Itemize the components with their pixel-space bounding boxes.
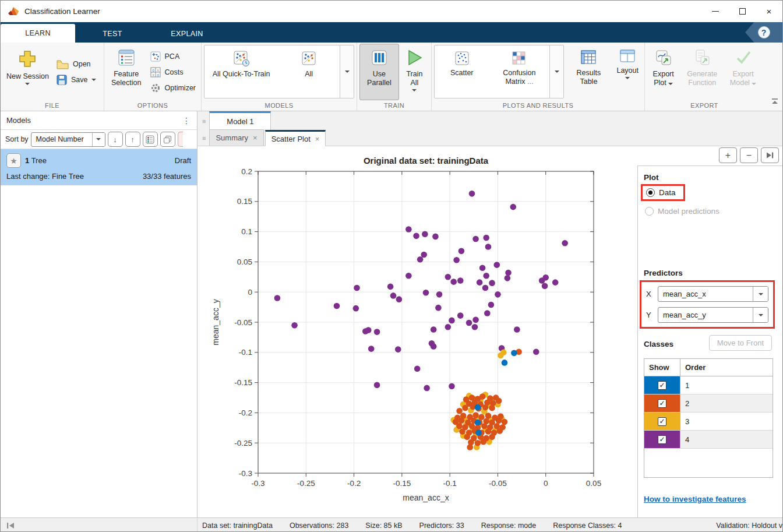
legend-button[interactable] xyxy=(143,132,158,147)
radio-model-predictions[interactable]: Model predictions xyxy=(645,207,719,216)
file-section-label: FILE xyxy=(3,100,101,111)
minimize-button[interactable] xyxy=(702,1,729,22)
show-column-header: Show xyxy=(644,359,680,376)
scatter-icon xyxy=(454,51,470,66)
models-gallery-dropdown[interactable] xyxy=(340,45,354,98)
class-row-1: ✓ 1 xyxy=(644,376,773,394)
class-1-color-swatch: ✓ xyxy=(644,376,680,394)
zoom-in-button[interactable]: + xyxy=(719,147,737,163)
radio-on-icon xyxy=(646,188,655,197)
ribbon-section-file: New Session Open xyxy=(1,43,104,111)
how-to-investigate-link[interactable]: How to investigate features xyxy=(644,495,746,503)
zoom-out-button[interactable]: − xyxy=(740,147,758,163)
ribbon-section-options: Feature Selection PCA xyxy=(104,43,202,111)
favorite-button[interactable]: ★ xyxy=(6,153,21,168)
duplicate-model-button[interactable] xyxy=(160,132,175,147)
x-predictor-combobox[interactable]: mean_acc_x xyxy=(658,286,768,302)
x-predictor-dropdown-button[interactable] xyxy=(753,287,768,301)
optimizer-button[interactable]: Optimizer xyxy=(147,82,199,94)
tab-model-1[interactable]: Model 1 xyxy=(209,111,271,130)
down-arrow-icon: ↓ xyxy=(113,135,117,144)
confusion-ellipsis: ... xyxy=(527,77,533,86)
costs-button[interactable]: o x x o Costs xyxy=(147,66,199,78)
train-all-button[interactable]: Train All xyxy=(400,44,429,100)
model-list-item[interactable]: ★ 1 Tree Draft Last change: Fine Tree 33… xyxy=(1,149,197,185)
tab-test[interactable]: TEST xyxy=(75,25,150,43)
export-model-button[interactable]: Export Model xyxy=(725,44,761,100)
export-plot-caret-icon xyxy=(668,83,673,85)
scatter-plot-button[interactable]: Scatter xyxy=(435,45,489,98)
status-bar: Data set: trainingData Observations: 283… xyxy=(1,517,782,532)
sort-descending-button[interactable]: ↓ xyxy=(108,132,123,147)
document-area: ≡ Model 1 ≡ Summary × Scatter Plot × -0.… xyxy=(197,111,783,517)
class-3-order[interactable]: 3 xyxy=(680,413,773,430)
all-models-button[interactable]: All xyxy=(278,45,340,98)
y-dropdown-caret-icon xyxy=(759,314,763,316)
export-plot-icon xyxy=(655,49,672,66)
delete-model-button-clipped[interactable] xyxy=(178,132,183,147)
model-name: Tree xyxy=(31,156,47,165)
subtabbar-drag-handle-icon[interactable]: ≡ xyxy=(202,135,206,142)
class-4-checkbox[interactable]: ✓ xyxy=(658,435,666,444)
radio-data[interactable]: Data xyxy=(646,188,676,197)
sort-by-combobox[interactable]: Model Number xyxy=(31,132,105,147)
maximize-button[interactable] xyxy=(729,1,756,22)
summary-close-icon[interactable]: × xyxy=(253,133,258,142)
models-menu-button[interactable]: ⋮ xyxy=(182,116,191,125)
confusion-matrix-button[interactable]: Confusion Matrix ... xyxy=(489,45,549,98)
class-2-checkbox[interactable]: ✓ xyxy=(658,399,666,408)
export-plot-button[interactable]: Export Plot xyxy=(647,44,679,100)
feature-selection-button[interactable]: Feature Selection xyxy=(107,44,146,100)
svg-text:mean_acc_x: mean_acc_x xyxy=(403,493,449,502)
y-predictor-combobox[interactable]: mean_acc_y xyxy=(658,307,768,323)
open-icon xyxy=(57,59,69,69)
plot-section-heading: Plot xyxy=(644,173,659,182)
tab-scatter-plot[interactable]: Scatter Plot × xyxy=(265,130,326,146)
plots-gallery: Scatter Confusion Matrix ... xyxy=(434,45,564,98)
class-3-checkbox[interactable]: ✓ xyxy=(658,417,666,426)
sort-ascending-button[interactable]: ↑ xyxy=(125,132,140,147)
expand-panel-button[interactable] xyxy=(761,147,779,163)
close-button[interactable]: × xyxy=(756,1,782,22)
app-window: Classification Learner × LEARN TEST EXPL… xyxy=(0,0,783,532)
class-2-order[interactable]: 2 xyxy=(680,394,773,412)
class-1-checkbox[interactable]: ✓ xyxy=(658,381,666,390)
tab-explain[interactable]: EXPLAIN xyxy=(150,25,224,43)
save-button[interactable]: Save xyxy=(54,74,100,86)
y-predictor-dropdown-button[interactable] xyxy=(753,308,768,322)
help-button[interactable]: ? xyxy=(745,22,782,43)
generate-function-button[interactable]: Generate Function xyxy=(680,44,724,100)
models-gallery: All Quick-To-Train All xyxy=(204,45,354,98)
results-table-button[interactable]: Results Table xyxy=(565,44,612,100)
confusion-matrix-icon xyxy=(512,51,527,66)
class-1-order[interactable]: 1 xyxy=(680,376,773,394)
all-models-icon xyxy=(301,51,317,67)
optimizer-icon xyxy=(150,83,161,93)
class-2-color-swatch: ✓ xyxy=(644,394,680,412)
scatter-plot-close-icon[interactable]: × xyxy=(315,135,320,143)
class-row-3: ✓ 3 xyxy=(644,413,773,431)
up-arrow-icon: ↑ xyxy=(130,135,135,144)
svg-text:-0.25: -0.25 xyxy=(234,439,252,448)
layout-button[interactable]: Layout xyxy=(613,44,642,100)
tab-summary[interactable]: Summary × xyxy=(209,129,263,146)
sort-by-dropdown-button[interactable] xyxy=(92,133,105,146)
annotation-box-predictors: X mean_acc_x Y mean_acc_y xyxy=(640,280,775,329)
plots-gallery-caret-icon xyxy=(555,71,559,73)
collapse-panel-button[interactable] xyxy=(6,522,15,529)
open-button[interactable]: Open xyxy=(54,59,100,70)
pca-button[interactable]: PCA xyxy=(147,51,199,62)
collapse-ribbon-button[interactable] xyxy=(771,97,779,107)
tab-learn[interactable]: LEARN xyxy=(1,24,75,43)
model-number: 1 xyxy=(25,156,29,165)
class-4-order[interactable]: 4 xyxy=(680,431,773,448)
move-to-front-button[interactable]: Move to Front xyxy=(709,335,772,351)
all-quick-to-train-button[interactable]: All Quick-To-Train xyxy=(204,45,278,98)
use-parallel-button[interactable]: Use Parallel xyxy=(359,44,399,100)
classes-table-empty-area xyxy=(644,449,773,477)
order-column-header: Order xyxy=(680,359,773,376)
new-session-button[interactable]: New Session xyxy=(3,44,52,100)
model-tabbar-drag-handle-icon[interactable]: ≡ xyxy=(202,118,206,125)
plots-gallery-dropdown[interactable] xyxy=(549,45,563,98)
status-predictors: Predictors: 33 xyxy=(419,522,464,530)
